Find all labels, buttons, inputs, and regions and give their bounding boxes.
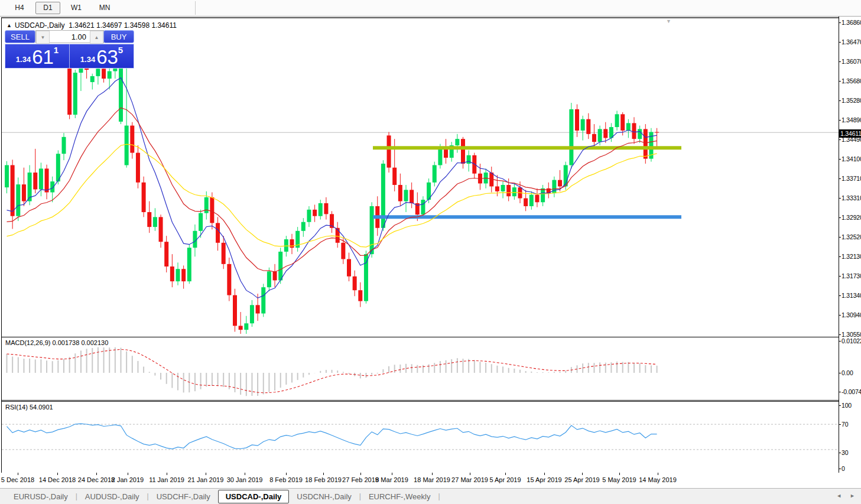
price-tick-label: 1.36070 bbox=[841, 58, 861, 65]
chart-tab-usdcnh[interactable]: USDCNH-,Daily bbox=[289, 490, 359, 503]
mt4-window: { "timeframe_bar": { "tabs": ["H4", "D1"… bbox=[0, 0, 861, 504]
date-tick-mark bbox=[470, 473, 470, 475]
price-tick-label: 1.34890 bbox=[841, 116, 861, 123]
volume-down-button[interactable]: ▼ bbox=[36, 31, 50, 44]
price-tick-dash bbox=[839, 100, 841, 101]
chart-area: ▲ USDCAD-,Daily 1.34621 1.34697 1.34598 … bbox=[0, 17, 861, 504]
timeframe-tab-mn[interactable]: MN bbox=[92, 2, 117, 14]
buy-price-prefix: 1.34 bbox=[80, 55, 95, 64]
buy-price-sup: 5 bbox=[118, 45, 123, 55]
current-price-tag: 1.34611 bbox=[839, 129, 861, 138]
rsi-chart-canvas[interactable] bbox=[2, 402, 839, 472]
date-tick-mark bbox=[286, 473, 287, 475]
date-tick-mark bbox=[658, 473, 658, 475]
timeframe-tab-h4[interactable]: H4 bbox=[7, 2, 32, 14]
price-tick-label: 1.31730 bbox=[841, 272, 861, 279]
sell-button[interactable]: SELL bbox=[5, 30, 35, 43]
date-tick-label: 30 Jan 2019 bbox=[221, 476, 268, 483]
macd-tick-dash bbox=[839, 392, 841, 392]
date-tick-mark bbox=[505, 473, 506, 475]
sell-price-big: 61 bbox=[32, 48, 54, 66]
macd-tick-label: 0.00 bbox=[841, 369, 853, 376]
price-tick-label: 1.35280 bbox=[841, 97, 861, 104]
price-tick-label: 1.32520 bbox=[841, 233, 861, 240]
price-pane: ▲ USDCAD-,Daily 1.34621 1.34697 1.34598 … bbox=[1, 17, 839, 339]
rsi-tick-label: 0 bbox=[841, 465, 845, 472]
price-tick-dash bbox=[839, 159, 841, 160]
sell-price-tile[interactable]: 1.34 61 1 bbox=[5, 44, 70, 68]
collapse-panel-icon[interactable]: ▲ bbox=[7, 22, 12, 28]
price-tick-label: 1.34100 bbox=[841, 155, 861, 162]
date-tick-mark bbox=[360, 473, 361, 475]
date-tick-mark bbox=[245, 473, 245, 475]
date-tick-mark bbox=[544, 473, 545, 475]
date-tick-mark bbox=[619, 473, 620, 475]
tab-scroll-left-icon[interactable]: ◄ bbox=[836, 493, 841, 499]
price-tick-dash bbox=[839, 42, 841, 43]
price-tick-dash bbox=[839, 61, 841, 62]
chart-title-text: USDCAD-,Daily 1.34621 1.34697 1.34598 1.… bbox=[15, 21, 177, 30]
chart-tab-usdchf[interactable]: USDCHF-,Daily bbox=[149, 490, 218, 503]
macd-pane: MACD(12,26,9) 0.001738 0.002130 bbox=[1, 337, 839, 402]
chart-tab-eurusd[interactable]: EURUSD-,Daily bbox=[6, 490, 76, 503]
date-axis: 5 Dec 201814 Dec 201824 Dec 20182 Jan 20… bbox=[0, 473, 861, 488]
price-tick-dash bbox=[839, 295, 841, 296]
price-tick-dash bbox=[839, 81, 841, 82]
rsi-label: RSI(14) 54.0901 bbox=[5, 404, 53, 411]
date-tick-mark bbox=[323, 473, 324, 475]
price-tick-dash bbox=[839, 198, 841, 199]
date-tick-mark bbox=[392, 473, 392, 475]
buy-price-tile[interactable]: 1.34 63 5 bbox=[70, 44, 134, 68]
rsi-tick-label: 30 bbox=[841, 449, 848, 456]
macd-tick-label: -0.00747 bbox=[841, 388, 861, 395]
sell-price-sup: 1 bbox=[54, 45, 59, 55]
chart-tab-audusd[interactable]: AUDUSD-,Daily bbox=[77, 490, 147, 503]
rsi-pane: RSI(14) 54.0901 bbox=[1, 402, 839, 473]
price-tick-label: 1.36470 bbox=[841, 38, 861, 45]
date-tick-mark bbox=[206, 473, 206, 475]
tab-scroll-right-icon[interactable]: ► bbox=[850, 493, 855, 499]
rsi-tick-label: 70 bbox=[841, 421, 848, 428]
price-tick-label: 1.31340 bbox=[841, 292, 861, 299]
date-tick-mark bbox=[57, 473, 58, 475]
volume-up-button[interactable]: ▲ bbox=[90, 31, 103, 44]
volume-input[interactable] bbox=[50, 31, 90, 43]
chart-tabbar: EURUSD-,Daily|AUDUSD-,Daily|USDCHF-,Dail… bbox=[0, 488, 861, 504]
price-tick-dash bbox=[839, 120, 841, 121]
macd-tick-dash bbox=[839, 373, 841, 373]
price-tick-dash bbox=[839, 217, 841, 218]
tab-separator: | bbox=[438, 492, 440, 500]
timeframe-tab-w1[interactable]: W1 bbox=[64, 2, 89, 14]
rsi-tick-dash bbox=[839, 405, 841, 406]
timeframe-tabs: H4D1W1MN bbox=[7, 2, 117, 14]
date-tick-mark bbox=[432, 473, 433, 475]
timeframe-toolbar: H4D1W1MN bbox=[0, 0, 861, 17]
price-tick-label: 1.33710 bbox=[841, 175, 861, 182]
trade-panel-row: SELL ▼ ▲ BUY bbox=[5, 30, 134, 43]
chart-shift-icon[interactable]: ▼ bbox=[666, 18, 671, 24]
rsi-tick-dash bbox=[839, 424, 841, 425]
macd-chart-canvas[interactable] bbox=[2, 337, 839, 399]
macd-tick-dash bbox=[839, 341, 841, 342]
date-tick-mark bbox=[167, 473, 167, 475]
price-tick-dash bbox=[839, 178, 841, 179]
rsi-tick-dash bbox=[839, 469, 841, 469]
axis-separator bbox=[839, 17, 839, 473]
price-tick-dash bbox=[839, 315, 841, 316]
date-tick-mark bbox=[128, 473, 128, 475]
chart-tab-usdcad[interactable]: USDCAD-,Daily bbox=[218, 490, 290, 503]
chart-tabs: EURUSD-,Daily|AUDUSD-,Daily|USDCHF-,Dail… bbox=[6, 490, 440, 503]
price-tick-dash bbox=[839, 22, 841, 23]
price-tick-label: 1.33310 bbox=[841, 194, 861, 201]
price-tick-dash bbox=[839, 139, 841, 140]
volume-stepper: ▼ ▲ bbox=[35, 30, 104, 43]
price-tick-label: 1.30940 bbox=[841, 311, 861, 318]
sell-price-prefix: 1.34 bbox=[16, 55, 31, 64]
price-tick-dash bbox=[839, 237, 841, 238]
chart-tab-eurchf[interactable]: EURCHF-,Weekly bbox=[361, 490, 438, 503]
timeframe-tab-d1[interactable]: D1 bbox=[35, 2, 60, 14]
buy-price-big: 63 bbox=[96, 48, 118, 66]
buy-button[interactable]: BUY bbox=[103, 30, 134, 43]
price-tick-dash bbox=[839, 334, 841, 335]
macd-tick-label: 0.010229 bbox=[841, 337, 861, 344]
